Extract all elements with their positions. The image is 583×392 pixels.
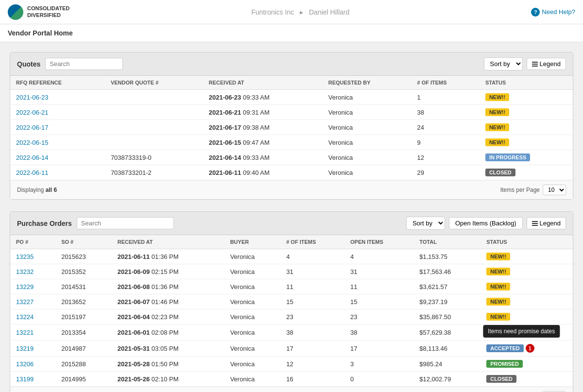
tooltip-container: NEW!! Items need promise dates bbox=[486, 313, 510, 321]
open-items-cell: 23 bbox=[344, 309, 413, 324]
rfq-link[interactable]: 2022-06-11 bbox=[16, 169, 49, 176]
rfq-cell: 2021-06-23 bbox=[10, 90, 105, 105]
rfq-cell: 2022-06-21 bbox=[10, 105, 105, 120]
so-cell: 2013354 bbox=[55, 324, 112, 341]
accepted-with-count: ACCEPTED 1 bbox=[486, 344, 534, 353]
buyer-cell: Veronica bbox=[224, 294, 281, 309]
col-status: STATUS bbox=[480, 76, 573, 90]
po-link[interactable]: 13227 bbox=[16, 298, 34, 306]
table-row: 13206 2015288 2021-05-28 01:50 PM Veroni… bbox=[10, 357, 573, 372]
vendor-quote-cell bbox=[105, 135, 203, 150]
table-row: 13199 2014995 2021-05-26 02:10 PM Veroni… bbox=[10, 372, 573, 387]
status-badge: CLOSED bbox=[485, 169, 515, 176]
count-bubble: 9 bbox=[526, 328, 534, 337]
top-header: CONSOLIDATED DIVERSIFIED Funtronics Inc … bbox=[0, 0, 583, 24]
items-cell: 17 bbox=[280, 341, 344, 357]
quotes-table-header: RFQ REFERENCE VENDOR QUOTE # RECEIVED AT… bbox=[10, 76, 573, 90]
separator: ▸ bbox=[300, 8, 303, 16]
received-at-cell: 2021-06-21 09:31 AM bbox=[203, 105, 323, 120]
po-link[interactable]: 13232 bbox=[16, 268, 34, 275]
vendor-quote-cell bbox=[105, 105, 203, 120]
status-cell: ACCEPTED 9 bbox=[480, 324, 573, 341]
rfq-link[interactable]: 2021-06-23 bbox=[16, 94, 49, 101]
po-link[interactable]: 13199 bbox=[16, 375, 34, 383]
po-link[interactable]: 13219 bbox=[16, 345, 34, 352]
vendor-quote-cell bbox=[105, 120, 203, 135]
rfq-link[interactable]: 2022-06-14 bbox=[16, 154, 49, 161]
po-legend-button[interactable]: Legend bbox=[527, 217, 566, 229]
po-sort-select[interactable]: Sort by bbox=[406, 217, 445, 230]
col-vendor-quote: VENDOR QUOTE # bbox=[105, 76, 203, 90]
po-link[interactable]: 13221 bbox=[16, 329, 34, 336]
received-at-cell: 2021-06-17 09:38 AM bbox=[203, 120, 323, 135]
so-cell: 2014987 bbox=[55, 341, 112, 357]
table-row: 2022-06-15 2021-06-15 09:47 AM Veronica … bbox=[10, 135, 573, 150]
table-row: 2022-06-11 7038733201-2 2021-06-11 09:40… bbox=[10, 165, 573, 180]
count-bubble: 1 bbox=[526, 344, 534, 353]
col-open-items: OPEN ITEMS bbox=[344, 235, 413, 249]
po-search-input[interactable] bbox=[77, 217, 174, 229]
po-link[interactable]: 13206 bbox=[16, 360, 34, 368]
rfq-cell: 2022-06-14 bbox=[10, 150, 105, 165]
so-cell: 2014995 bbox=[55, 372, 112, 387]
buyer-cell: Veronica bbox=[224, 324, 281, 341]
status-badge: CLOSED bbox=[486, 375, 516, 383]
status-badge: NEW!! bbox=[486, 253, 510, 260]
items-cell: 38 bbox=[411, 105, 479, 120]
po-panel-header: Purchase Orders Sort by Open Items (Back… bbox=[10, 212, 573, 235]
rfq-cell: 2022-06-17 bbox=[10, 120, 105, 135]
help-button[interactable]: ? Need Help? bbox=[531, 8, 575, 17]
po-link[interactable]: 13229 bbox=[16, 283, 34, 290]
help-icon: ? bbox=[531, 8, 540, 17]
items-cell: 23 bbox=[280, 309, 344, 324]
po-cell: 13199 bbox=[10, 372, 55, 387]
status-badge: NEW!! bbox=[485, 108, 509, 116]
po-link[interactable]: 13235 bbox=[16, 253, 34, 260]
status-badge: NEW!! bbox=[486, 283, 510, 290]
requested-by-cell: Veronica bbox=[323, 165, 412, 180]
quotes-footer: Displaying all 6 Items per Page 10 25 50 bbox=[10, 180, 573, 199]
open-items-cell: 3 bbox=[344, 357, 413, 372]
table-row: 13232 2015352 2021-06-09 02:15 PM Veroni… bbox=[10, 264, 573, 279]
col-items: # OF ITEMS bbox=[411, 76, 479, 90]
col-po-status: STATUS bbox=[480, 235, 573, 249]
accepted-with-count: ACCEPTED 9 bbox=[486, 328, 534, 337]
quotes-sort-select[interactable]: Sort by bbox=[484, 57, 523, 70]
col-po-received: RECEIVED AT bbox=[112, 235, 224, 249]
status-cell: NEW!! bbox=[480, 105, 573, 120]
so-cell: 2015623 bbox=[55, 249, 112, 264]
so-cell: 2015352 bbox=[55, 264, 112, 279]
so-cell: 2015288 bbox=[55, 357, 112, 372]
status-cell: ACCEPTED 1 bbox=[480, 341, 573, 357]
items-cell: 29 bbox=[411, 165, 479, 180]
po-table: PO # SO # RECEIVED AT BUYER # OF ITEMS O… bbox=[10, 235, 573, 387]
status-cell: NEW!! Items need promise dates bbox=[480, 309, 573, 324]
rfq-link[interactable]: 2022-06-15 bbox=[16, 139, 49, 146]
status-badge: NEW!! bbox=[486, 268, 510, 275]
po-cell: 13227 bbox=[10, 294, 55, 309]
status-cell: NEW!! bbox=[480, 135, 573, 150]
received-at-cell: 2021-06-14 09:33 AM bbox=[203, 150, 323, 165]
status-cell: NEW!! bbox=[480, 279, 573, 294]
items-cell: 9 bbox=[411, 135, 479, 150]
po-legend-label: Legend bbox=[540, 220, 561, 227]
quotes-per-page-select[interactable]: 10 25 50 bbox=[543, 185, 566, 195]
quotes-legend-button[interactable]: Legend bbox=[527, 58, 566, 70]
status-cell: CLOSED bbox=[480, 165, 573, 180]
sub-header: Vendor Portal Home bbox=[0, 24, 583, 42]
quotes-search-input[interactable] bbox=[45, 58, 123, 70]
open-items-cell: 11 bbox=[344, 279, 413, 294]
open-items-button[interactable]: Open Items (Backlog) bbox=[449, 217, 523, 229]
items-cell: 12 bbox=[411, 150, 479, 165]
table-row: 2022-06-17 2021-06-17 09:38 AM Veronica … bbox=[10, 120, 573, 135]
open-items-cell: 4 bbox=[344, 249, 413, 264]
po-table-header: PO # SO # RECEIVED AT BUYER # OF ITEMS O… bbox=[10, 235, 573, 249]
received-at-cell: 2021-06-09 02:15 PM bbox=[112, 264, 224, 279]
quotes-title: Quotes bbox=[17, 60, 40, 68]
rfq-link[interactable]: 2022-06-17 bbox=[16, 124, 49, 131]
received-at-cell: 2021-05-28 01:50 PM bbox=[112, 357, 224, 372]
col-received-at: RECEIVED AT bbox=[203, 76, 323, 90]
rfq-link[interactable]: 2022-06-21 bbox=[16, 109, 49, 116]
po-link[interactable]: 13224 bbox=[16, 313, 34, 321]
status-cell: NEW!! bbox=[480, 264, 573, 279]
